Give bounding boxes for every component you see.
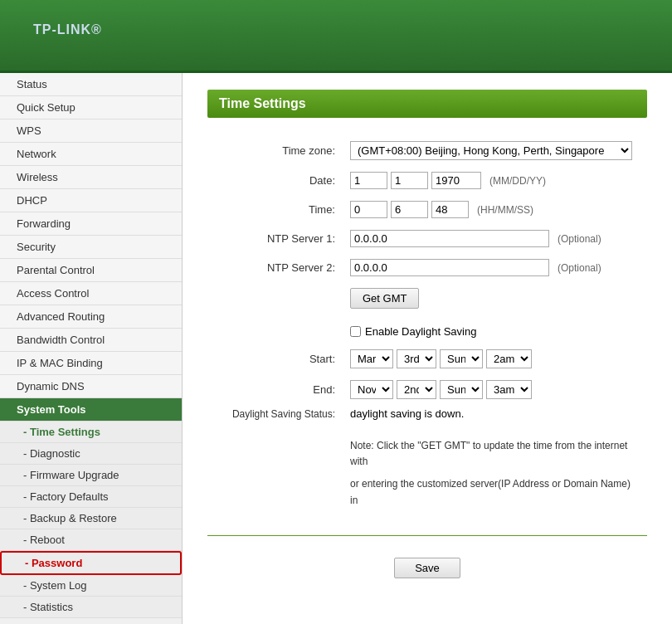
date-day-input[interactable]	[391, 172, 428, 189]
start-day-select[interactable]: Sun	[440, 349, 483, 368]
sidebar-item-advanced-routing[interactable]: Advanced Routing	[0, 305, 182, 329]
end-week-select[interactable]: 2nd	[397, 380, 436, 399]
logo-text: TP-LINK	[33, 22, 91, 37]
sidebar-item-quick-setup[interactable]: Quick Setup	[0, 96, 182, 119]
sidebar-item-dynamic-dns[interactable]: Dynamic DNS	[0, 375, 182, 398]
daylight-status-label: Daylight Saving Status:	[209, 406, 342, 422]
end-month-select[interactable]: Nov	[350, 380, 393, 399]
sidebar-item-parental-control[interactable]: Parental Control	[0, 259, 182, 282]
sidebar-item-firmware-upgrade[interactable]: - Firmware Upgrade	[0, 465, 182, 486]
enable-daylight-text: Enable Daylight Saving	[365, 325, 476, 338]
sidebar-item-factory-defaults[interactable]: - Factory Defaults	[0, 486, 182, 508]
timezone-label: Time zone:	[209, 136, 342, 165]
timezone-select[interactable]: (GMT+08:00) Beijing, Hong Kong, Perth, S…	[350, 141, 632, 160]
settings-form: Time zone: (GMT+08:00) Beijing, Hong Kon…	[207, 134, 647, 522]
sidebar-item-time-settings[interactable]: - Time Settings	[0, 422, 182, 443]
sidebar-item-bandwidth-control[interactable]: Bandwidth Control	[0, 329, 182, 352]
daylight-status-value: daylight saving is down.	[343, 406, 645, 422]
sidebar-item-status[interactable]: Status	[0, 73, 182, 96]
ntp2-optional-hint: (Optional)	[558, 262, 601, 274]
main-content: Time Settings Time zone: (GMT+08:00) Bei…	[183, 73, 672, 624]
sidebar-item-forwarding[interactable]: Forwarding	[0, 212, 182, 236]
sidebar-item-ip-mac-binding[interactable]: IP & MAC Binding	[0, 352, 182, 375]
get-gmt-button[interactable]: Get GMT	[350, 288, 419, 309]
date-month-input[interactable]	[350, 172, 387, 189]
logo-sup: ®	[91, 22, 102, 37]
time-sec-input[interactable]	[431, 201, 469, 218]
sidebar-item-password[interactable]: - Password	[0, 551, 182, 575]
separator	[207, 535, 647, 536]
date-format-hint: (MM/DD/YY)	[489, 175, 546, 187]
sidebar-item-security[interactable]: Security	[0, 236, 182, 259]
start-week-select[interactable]: 3rd	[397, 349, 436, 368]
ntp1-label: NTP Server 1:	[209, 225, 342, 252]
ntp1-optional-hint: (Optional)	[558, 233, 601, 245]
note-line2: or entering the customized server(IP Add…	[350, 476, 639, 508]
sidebar-item-network[interactable]: Network	[0, 143, 182, 166]
end-time-select[interactable]: 3am	[486, 380, 532, 399]
date-label: Date:	[209, 167, 342, 194]
enable-daylight-label[interactable]: Enable Daylight Saving	[350, 325, 639, 338]
enable-daylight-checkbox[interactable]	[350, 326, 361, 337]
sidebar-item-dhcp[interactable]: DHCP	[0, 189, 182, 212]
sidebar-item-statistics[interactable]: - Statistics	[0, 597, 182, 618]
ntp2-input[interactable]	[350, 259, 549, 276]
ntp2-label: NTP Server 2:	[209, 254, 342, 281]
sidebar-item-reboot[interactable]: - Reboot	[0, 529, 182, 551]
logo: TP-LINK®	[33, 20, 102, 51]
sidebar-item-system-tools[interactable]: System Tools	[0, 398, 182, 422]
save-button[interactable]: Save	[394, 558, 460, 578]
ntp1-input[interactable]	[350, 230, 549, 247]
start-month-select[interactable]: Mar	[350, 349, 393, 368]
end-day-select[interactable]: Sun	[440, 380, 483, 399]
start-label: Start:	[209, 344, 342, 373]
sidebar-item-wps[interactable]: WPS	[0, 119, 182, 143]
note-line1: Note: Click the "GET GMT" to update the …	[350, 438, 639, 470]
sidebar-item-wireless[interactable]: Wireless	[0, 166, 182, 189]
time-min-input[interactable]	[391, 201, 428, 218]
time-label: Time:	[209, 196, 342, 223]
page-title: Time Settings	[207, 90, 647, 118]
time-format-hint: (HH/MM/SS)	[477, 204, 533, 216]
header: TP-LINK®	[0, 0, 672, 73]
sidebar-item-access-control[interactable]: Access Control	[0, 282, 182, 305]
sidebar: StatusQuick SetupWPSNetworkWirelessDHCPF…	[0, 73, 183, 624]
sidebar-item-system-log[interactable]: - System Log	[0, 575, 182, 597]
end-label: End:	[209, 375, 342, 404]
sidebar-item-diagnostic[interactable]: - Diagnostic	[0, 443, 182, 465]
start-time-select[interactable]: 2am	[486, 349, 532, 368]
time-hour-input[interactable]	[350, 201, 387, 218]
save-section: Save	[207, 549, 647, 587]
sidebar-item-backup-restore[interactable]: - Backup & Restore	[0, 508, 182, 529]
date-year-input[interactable]	[431, 172, 481, 189]
